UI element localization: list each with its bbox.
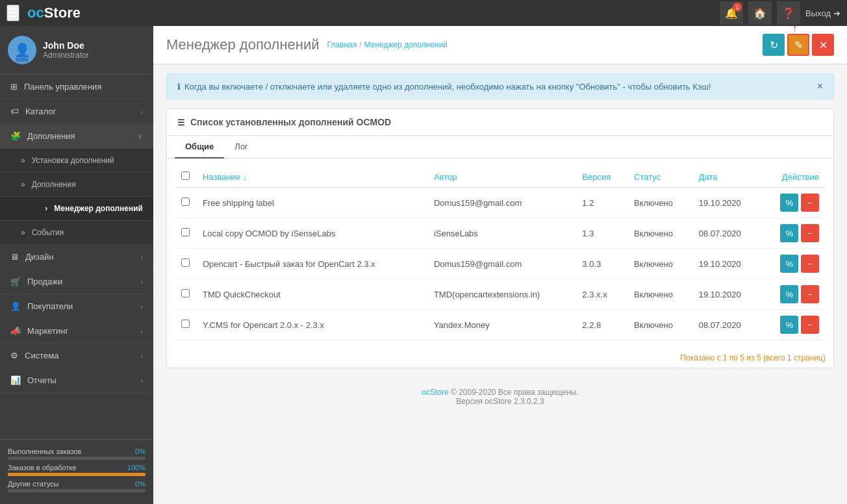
sidebar-item-sales[interactable]: 🛒 Продажи ›: [0, 270, 153, 294]
col-name[interactable]: Название ↓: [196, 166, 427, 188]
footer-brand-link[interactable]: ocStore: [422, 388, 448, 397]
sidebar-item-marketing[interactable]: 📣 Маркетинг ›: [0, 319, 153, 344]
progress-pct-other: 0%: [135, 480, 145, 488]
row-edit-button[interactable]: %: [780, 224, 798, 242]
sidebar-user: 👤 John Doe Administrator: [0, 26, 153, 75]
topbar-left: ☰ ocStore: [6, 5, 81, 21]
row-edit-button[interactable]: %: [780, 194, 798, 212]
row-checkbox-cell[interactable]: [175, 218, 196, 249]
col-status[interactable]: Статус: [627, 166, 692, 188]
table-container: Название ↓ Автор Версия Статус Дата Дейс…: [167, 158, 833, 348]
sidebar-item-system[interactable]: ⚙ Система ›: [0, 344, 153, 368]
row-status: Включено: [627, 310, 692, 340]
row-checkbox-cell[interactable]: [175, 279, 196, 310]
card-header: ☰ Список установленных дополнений ОСMOD: [167, 109, 833, 136]
sidebar-item-mod-manager[interactable]: › Менеджер дополнений: [0, 197, 153, 221]
row-delete-button[interactable]: −: [801, 255, 819, 273]
row-delete-button[interactable]: −: [801, 285, 819, 303]
info-icon: ℹ: [177, 82, 181, 92]
content-area: Менеджер дополнений Главная / Менеджер д…: [153, 26, 847, 504]
row-checkbox-cell[interactable]: [175, 188, 196, 218]
row-delete-button[interactable]: −: [801, 194, 819, 212]
catalog-icon: 🏷: [10, 107, 19, 116]
row-edit-button[interactable]: %: [780, 255, 798, 273]
edit-button[interactable]: ✎: [787, 34, 809, 56]
brand-oc: oc: [27, 5, 44, 21]
tab-general[interactable]: Общие: [175, 136, 224, 158]
sidebar-item-label: Отчеты: [27, 375, 57, 385]
row-checkbox[interactable]: [181, 320, 190, 328]
table-body: Free shipping label Domus159@gmail.com 1…: [175, 188, 826, 340]
sidebar-nav: ⊞ Панель управления 🏷 Каталог › 🧩 Дополн…: [0, 75, 153, 439]
content-header-left: Менеджер дополнений Главная / Менеджер д…: [166, 36, 448, 53]
row-actions: % −: [761, 188, 826, 218]
sidebar-item-catalog[interactable]: 🏷 Каталог ›: [0, 99, 153, 124]
sidebar-item-install[interactable]: » Установка дополнений: [0, 149, 153, 173]
logout-button[interactable]: Выход ➜: [805, 8, 841, 18]
sales-icon: 🛒: [10, 277, 21, 286]
refresh-button[interactable]: ↻: [763, 34, 785, 56]
info-alert-text: Когда вы включаете / отключаете или удал…: [184, 82, 711, 92]
col-version[interactable]: Версия: [575, 166, 627, 188]
sidebar-item-events[interactable]: » События: [0, 221, 153, 245]
alert-close-button[interactable]: ×: [817, 81, 823, 92]
row-date: 08.07.2020: [692, 218, 761, 249]
sidebar-item-label: Дизайн: [25, 252, 54, 262]
arrow-icon: ›: [45, 204, 47, 213]
row-actions: % −: [761, 249, 826, 279]
info-alert: ℹ Когда вы включаете / отключаете или уд…: [166, 73, 834, 99]
row-delete-button[interactable]: −: [801, 316, 819, 334]
sidebar-item-label: Дополнения: [27, 131, 75, 141]
tab-log[interactable]: Лог: [224, 136, 259, 158]
row-edit-button[interactable]: %: [780, 316, 798, 334]
row-status: Включено: [627, 218, 692, 249]
home-button[interactable]: 🏠: [748, 1, 772, 25]
breadcrumb-home[interactable]: Главная: [327, 40, 357, 49]
reports-icon: 📊: [10, 375, 21, 385]
row-checkbox[interactable]: [181, 228, 190, 236]
row-delete-button[interactable]: −: [801, 224, 819, 242]
arrow-indicator: ↑: [792, 26, 798, 36]
table-row: Y.CMS for Opencart 2.0.x - 2.3.x Yandex.…: [175, 310, 826, 340]
sidebar-item-design[interactable]: 🖥 Дизайн ›: [0, 245, 153, 270]
sidebar-item-extensions[interactable]: 🧩 Дополнения ∨: [0, 124, 153, 149]
delete-button[interactable]: ✕: [812, 34, 834, 56]
brand-logo: ocStore: [27, 5, 81, 21]
arrow-icon: »: [21, 228, 25, 237]
row-checkbox[interactable]: [181, 289, 190, 297]
col-date[interactable]: Дата: [692, 166, 761, 188]
sidebar-item-label: Панель управления: [24, 82, 101, 92]
row-author: Domus159@gmail.com: [427, 188, 575, 218]
sidebar-item-reports[interactable]: 📊 Отчеты ›: [0, 368, 153, 393]
sidebar-item-label: Каталог: [25, 107, 56, 116]
row-checkbox-cell[interactable]: [175, 249, 196, 279]
select-all-checkbox[interactable]: [181, 171, 190, 180]
pagination-info: Показано с 1 по 5 из 5 (всего 1 страниц): [167, 348, 833, 368]
avatar-icon: 👤: [14, 42, 31, 58]
help-button[interactable]: ❓: [777, 1, 800, 25]
design-icon: 🖥: [10, 252, 19, 262]
sidebar-item-customers[interactable]: 👤 Покупатели ›: [0, 294, 153, 319]
row-date: 08.07.2020: [692, 310, 761, 340]
system-icon: ⚙: [10, 351, 18, 360]
breadcrumb-current: Менеджер дополнений: [364, 40, 448, 49]
notifications-button[interactable]: 🔔 1: [720, 1, 743, 25]
sidebar-item-ext[interactable]: » Дополнения: [0, 173, 153, 197]
progress-label-completed: Выполненных заказов: [8, 447, 81, 455]
progress-processing: Заказов в обработке 100%: [8, 464, 145, 476]
row-author: Domus159@gmail.com: [427, 249, 575, 279]
col-checkbox[interactable]: [175, 166, 196, 188]
col-author[interactable]: Автор: [427, 166, 575, 188]
row-edit-button[interactable]: %: [780, 285, 798, 303]
row-checkbox-cell[interactable]: [175, 310, 196, 340]
sidebar-item-dashboard[interactable]: ⊞ Панель управления: [0, 75, 153, 99]
sidebar-item-label: Дополнения: [32, 180, 76, 189]
row-checkbox[interactable]: [181, 197, 190, 206]
row-status: Включено: [627, 188, 692, 218]
sidebar-item-label: События: [32, 228, 64, 237]
row-date: 19.10.2020: [692, 188, 761, 218]
menu-toggle-button[interactable]: ☰: [6, 5, 19, 21]
chevron-right-icon: ›: [140, 352, 143, 360]
row-checkbox[interactable]: [181, 258, 190, 267]
tabs: Общие Лог: [167, 136, 833, 158]
